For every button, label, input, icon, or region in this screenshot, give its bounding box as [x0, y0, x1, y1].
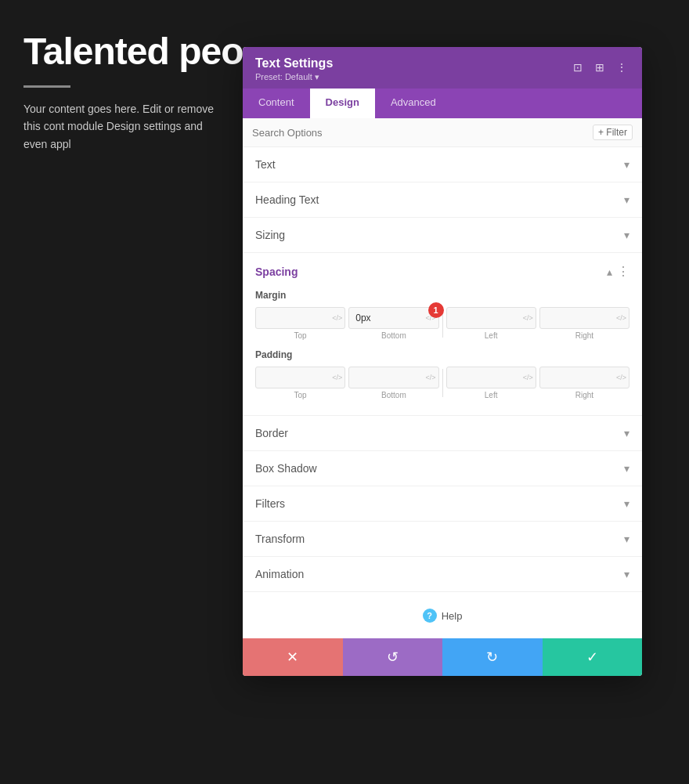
panel-header-icons: ⊡ ⊞ ⋮ [570, 60, 629, 75]
margin-top-col: </> Top [255, 307, 345, 340]
help-icon: ? [423, 609, 437, 623]
padding-left-label: Left [485, 391, 498, 399]
accordion-header-box-shadow[interactable]: Box Shadow ▾ [243, 451, 642, 486]
accordion-section-filters: Filters ▾ [243, 486, 642, 522]
tab-advanced[interactable]: Advanced [375, 89, 452, 118]
margin-right-label: Right [575, 331, 593, 340]
accordion-section-box-shadow: Box Shadow ▾ [243, 451, 642, 486]
margin-left-label: Left [485, 331, 498, 340]
page-divider [23, 85, 70, 88]
accordion-label-heading-text: Heading Text [255, 193, 319, 206]
redo-button[interactable]: ↻ [442, 638, 543, 676]
columns-icon[interactable]: ⊞ [592, 60, 608, 75]
accordion-label-spacing: Spacing [255, 266, 298, 278]
padding-bottom-col: </> Bottom [348, 367, 438, 399]
more-options-icon[interactable]: ⋮ [614, 60, 629, 75]
accordion-header-filters[interactable]: Filters ▾ [243, 486, 642, 521]
padding-left-wrap: </> [446, 367, 536, 388]
accordion-icons-spacing: ▴ ⋮ [607, 264, 629, 279]
cancel-button[interactable]: ✕ [243, 638, 343, 676]
accordion-section-heading-text: Heading Text ▾ [243, 182, 642, 218]
help-section: ? Help [243, 592, 642, 638]
padding-row: </> Top </> Bottom [255, 367, 629, 399]
spacing-more-icon[interactable]: ⋮ [617, 264, 629, 279]
accordion-label-sizing: Sizing [255, 229, 285, 241]
reset-button[interactable]: ↺ [343, 638, 443, 676]
margin-bottom-label: Bottom [381, 331, 406, 340]
padding-bottom-wrap: </> [348, 367, 438, 388]
accordion-icons-transform: ▾ [624, 533, 629, 545]
search-input[interactable] [252, 127, 593, 139]
accordion-section-sizing: Sizing ▾ [243, 218, 642, 253]
save-button[interactable]: ✓ [543, 638, 643, 676]
padding-right-col: </> Right [539, 367, 629, 399]
padding-top-label: Top [294, 391, 307, 399]
padding-top-col: </> Top [255, 367, 345, 399]
accordion-header-spacing[interactable]: Spacing ▴ ⋮ [243, 253, 642, 290]
accordion-icons-animation: ▾ [624, 568, 629, 580]
filter-button[interactable]: + Filter [593, 125, 633, 140]
panel-tabs: Content Design Advanced [243, 89, 642, 118]
chevron-down-icon: ▾ [624, 158, 629, 171]
chevron-down-icon: ▾ [624, 497, 629, 510]
accordion-header-sizing[interactable]: Sizing ▾ [243, 218, 642, 252]
padding-left-code-icon: </> [523, 374, 533, 381]
tab-content[interactable]: Content [243, 89, 310, 118]
accordion-header-border[interactable]: Border ▾ [243, 416, 642, 450]
accordion-icons-filters: ▾ [624, 497, 629, 510]
notification-badge: 1 [428, 302, 444, 318]
settings-panel: Text Settings Preset: Default ▾ ⊡ ⊞ ⋮ Co… [243, 47, 642, 676]
accordion-icons-heading-text: ▾ [624, 193, 629, 206]
search-bar: + Filter [243, 118, 642, 147]
responsive-icon[interactable]: ⊡ [570, 60, 586, 75]
chevron-down-icon: ▾ [624, 462, 629, 475]
help-button[interactable]: ? Help [423, 609, 463, 623]
chevron-down-icon: ▾ [624, 427, 629, 439]
accordion-header-text[interactable]: Text ▾ [243, 147, 642, 182]
margin-top-wrap: </> [255, 307, 345, 329]
accordion-icons-sizing: ▾ [624, 229, 629, 241]
padding-top-wrap: </> [255, 367, 345, 388]
margin-left-wrap: </> [446, 307, 536, 329]
margin-right-code-icon: </> [616, 314, 626, 322]
panel-title: Text Settings [255, 56, 333, 70]
accordion-label-transform: Transform [255, 533, 305, 545]
accordion-icons-border: ▾ [624, 427, 629, 439]
panel-footer: ✕ ↺ ↻ ✓ [243, 638, 642, 676]
panel-header: Text Settings Preset: Default ▾ ⊡ ⊞ ⋮ [243, 47, 642, 89]
margin-top-code-icon: </> [332, 314, 342, 322]
accordion-label-text: Text [255, 158, 276, 171]
padding-label: Padding [255, 349, 629, 360]
accordion-section-transform: Transform ▾ [243, 522, 642, 557]
accordion-section-border: Border ▾ [243, 416, 642, 451]
chevron-down-icon: ▾ [624, 193, 629, 206]
accordion-section-animation: Animation ▾ [243, 557, 642, 592]
margin-bottom-wrap: </> 1 [348, 307, 438, 329]
help-label: Help [442, 610, 463, 622]
padding-top-code-icon: </> [332, 374, 342, 381]
chevron-down-icon: ▾ [624, 533, 629, 545]
chevron-down-icon: ▾ [624, 229, 629, 241]
padding-right-wrap: </> [539, 367, 629, 388]
padding-bottom-code-icon: </> [425, 374, 435, 381]
tab-design[interactable]: Design [310, 89, 375, 118]
page-content-area: Talented peo Your content goes here. Edi… [23, 31, 243, 153]
page-heading: Talented peo [23, 31, 243, 73]
padding-left-col: </> Left [446, 367, 536, 399]
margin-label: Margin [255, 290, 629, 301]
accordion-label-animation: Animation [255, 568, 304, 580]
accordion-icons-box-shadow: ▾ [624, 462, 629, 475]
panel-preset[interactable]: Preset: Default ▾ [255, 72, 333, 82]
accordion-icons-text: ▾ [624, 158, 629, 171]
margin-row: </> Top </> 1 Bottom [255, 307, 629, 340]
accordion-header-heading-text[interactable]: Heading Text ▾ [243, 182, 642, 217]
panel-header-left: Text Settings Preset: Default ▾ [255, 56, 333, 82]
chevron-down-icon: ▾ [624, 568, 629, 580]
accordion-label-box-shadow: Box Shadow [255, 462, 317, 475]
margin-right-wrap: </> [539, 307, 629, 329]
accordion-label-border: Border [255, 427, 288, 439]
accordion-header-animation[interactable]: Animation ▾ [243, 557, 642, 591]
margin-bottom-col: </> 1 Bottom [348, 307, 438, 340]
accordion-header-transform[interactable]: Transform ▾ [243, 522, 642, 556]
accordion-label-filters: Filters [255, 497, 285, 510]
